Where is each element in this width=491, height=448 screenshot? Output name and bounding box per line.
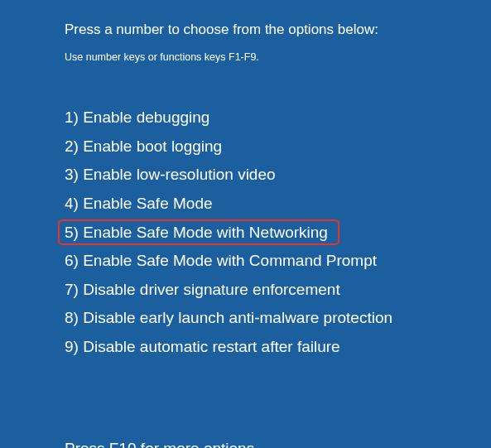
option-label: Enable Safe Mode with Networking xyxy=(83,224,328,241)
option-label: Enable low-resolution video xyxy=(83,166,275,183)
option-label: Enable debugging xyxy=(83,108,209,126)
option-7[interactable]: 7) Disable driver signature enforcement xyxy=(65,278,340,301)
option-label: Disable automatic restart after failure xyxy=(83,338,339,355)
option-4[interactable]: 4) Enable Safe Mode xyxy=(65,192,213,215)
option-2[interactable]: 2) Enable boot logging xyxy=(65,135,222,158)
option-label: Disable driver signature enforcement xyxy=(83,281,340,298)
startup-options-list: 1) Enable debugging 2) Enable boot loggi… xyxy=(65,106,491,359)
option-label: Enable Safe Mode with Command Prompt xyxy=(83,252,377,269)
option-number: 2) xyxy=(65,137,79,155)
option-5[interactable]: 5) Enable Safe Mode with Networking xyxy=(61,221,335,244)
subheading: Use number keys or functions keys F1-F9. xyxy=(65,51,491,63)
option-number: 5) xyxy=(65,224,79,241)
option-8[interactable]: 8) Disable early launch anti-malware pro… xyxy=(65,306,392,330)
option-number: 4) xyxy=(65,195,79,212)
option-3[interactable]: 3) Enable low-resolution video xyxy=(65,163,276,186)
option-number: 7) xyxy=(65,281,79,298)
option-6[interactable]: 6) Enable Safe Mode with Command Prompt xyxy=(65,249,377,272)
option-number: 8) xyxy=(65,309,79,326)
option-label: Enable boot logging xyxy=(83,137,222,155)
option-number: 3) xyxy=(65,166,79,183)
option-label: Disable early launch anti-malware protec… xyxy=(83,309,392,326)
option-9[interactable]: 9) Disable automatic restart after failu… xyxy=(65,335,340,359)
option-label: Enable Safe Mode xyxy=(83,195,212,212)
option-number: 6) xyxy=(65,252,79,269)
footer: Press F10 for more options Press Enter t… xyxy=(65,440,491,448)
option-number: 9) xyxy=(65,338,79,355)
option-1[interactable]: 1) Enable debugging xyxy=(65,106,209,129)
heading: Press a number to choose from the option… xyxy=(65,22,491,38)
footer-more-options: Press F10 for more options xyxy=(65,440,491,448)
option-number: 1) xyxy=(65,108,79,126)
